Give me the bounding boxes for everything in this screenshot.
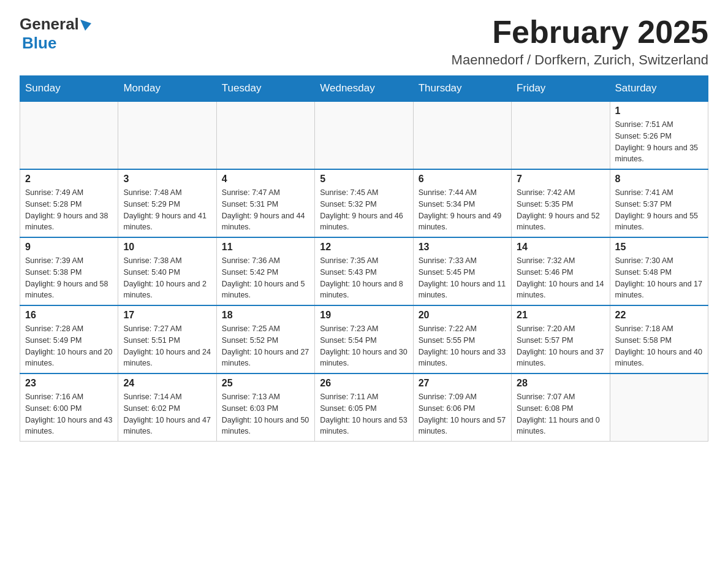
calendar-table: SundayMondayTuesdayWednesdayThursdayFrid… xyxy=(20,75,708,442)
calendar-cell: 25Sunrise: 7:13 AMSunset: 6:03 PMDayligh… xyxy=(216,373,314,442)
calendar-week-4: 16Sunrise: 7:28 AMSunset: 5:49 PMDayligh… xyxy=(20,305,708,373)
day-header-wednesday: Wednesday xyxy=(315,76,413,102)
calendar-week-2: 2Sunrise: 7:49 AMSunset: 5:28 PMDaylight… xyxy=(20,169,708,237)
day-info: Sunrise: 7:44 AMSunset: 5:34 PMDaylight:… xyxy=(419,187,506,233)
calendar-week-5: 23Sunrise: 7:16 AMSunset: 6:00 PMDayligh… xyxy=(20,373,708,442)
day-number: 15 xyxy=(615,242,703,253)
day-number: 12 xyxy=(320,242,408,253)
day-header-monday: Monday xyxy=(118,76,216,102)
calendar-cell: 3Sunrise: 7:48 AMSunset: 5:29 PMDaylight… xyxy=(118,169,216,237)
calendar-cell: 16Sunrise: 7:28 AMSunset: 5:49 PMDayligh… xyxy=(20,305,118,373)
calendar-cell xyxy=(216,101,314,169)
day-info: Sunrise: 7:35 AMSunset: 5:43 PMDaylight:… xyxy=(320,255,408,301)
day-info: Sunrise: 7:07 AMSunset: 6:08 PMDaylight:… xyxy=(517,391,604,437)
calendar-cell xyxy=(413,101,511,169)
calendar-cell xyxy=(315,101,413,169)
day-info: Sunrise: 7:25 AMSunset: 5:52 PMDaylight:… xyxy=(222,323,309,369)
day-header-friday: Friday xyxy=(512,76,610,102)
calendar-cell: 4Sunrise: 7:47 AMSunset: 5:31 PMDaylight… xyxy=(216,169,314,237)
logo-arrow-icon xyxy=(80,20,91,31)
calendar-cell xyxy=(610,373,708,442)
day-info: Sunrise: 7:27 AMSunset: 5:51 PMDaylight:… xyxy=(123,323,211,369)
calendar-cell: 19Sunrise: 7:23 AMSunset: 5:54 PMDayligh… xyxy=(315,305,413,373)
day-number: 3 xyxy=(123,174,211,185)
calendar-cell: 12Sunrise: 7:35 AMSunset: 5:43 PMDayligh… xyxy=(315,237,413,305)
day-number: 5 xyxy=(320,174,408,185)
calendar-cell: 24Sunrise: 7:14 AMSunset: 6:02 PMDayligh… xyxy=(118,373,216,442)
day-number: 4 xyxy=(222,174,309,185)
calendar-cell: 9Sunrise: 7:39 AMSunset: 5:38 PMDaylight… xyxy=(20,237,118,305)
day-number: 1 xyxy=(615,105,703,117)
calendar-cell: 1Sunrise: 7:51 AMSunset: 5:26 PMDaylight… xyxy=(610,101,708,169)
day-number: 10 xyxy=(123,242,211,253)
logo-blue-text: Blue xyxy=(22,34,56,52)
day-number: 22 xyxy=(615,310,703,321)
day-info: Sunrise: 7:28 AMSunset: 5:49 PMDaylight:… xyxy=(25,323,113,369)
day-header-thursday: Thursday xyxy=(413,76,511,102)
day-info: Sunrise: 7:39 AMSunset: 5:38 PMDaylight:… xyxy=(25,255,113,301)
day-number: 19 xyxy=(320,310,408,321)
day-number: 8 xyxy=(615,174,703,185)
day-info: Sunrise: 7:16 AMSunset: 6:00 PMDaylight:… xyxy=(25,391,113,437)
day-info: Sunrise: 7:42 AMSunset: 5:35 PMDaylight:… xyxy=(517,187,604,233)
calendar-cell: 6Sunrise: 7:44 AMSunset: 5:34 PMDaylight… xyxy=(413,169,511,237)
day-info: Sunrise: 7:14 AMSunset: 6:02 PMDaylight:… xyxy=(123,391,211,437)
day-number: 17 xyxy=(123,310,211,321)
day-number: 11 xyxy=(222,242,309,253)
day-info: Sunrise: 7:48 AMSunset: 5:29 PMDaylight:… xyxy=(123,187,211,233)
svg-marker-0 xyxy=(80,20,91,31)
day-info: Sunrise: 7:22 AMSunset: 5:55 PMDaylight:… xyxy=(419,323,506,369)
day-number: 18 xyxy=(222,310,309,321)
day-number: 21 xyxy=(517,310,604,321)
day-number: 7 xyxy=(517,174,604,185)
location-title: Maennedorf / Dorfkern, Zurich, Switzerla… xyxy=(452,52,708,68)
calendar-cell: 13Sunrise: 7:33 AMSunset: 5:45 PMDayligh… xyxy=(413,237,511,305)
calendar-cell: 14Sunrise: 7:32 AMSunset: 5:46 PMDayligh… xyxy=(512,237,610,305)
page-header: General Blue February 2025 Maennedorf / … xyxy=(20,15,708,68)
calendar-cell: 23Sunrise: 7:16 AMSunset: 6:00 PMDayligh… xyxy=(20,373,118,442)
calendar-header-row: SundayMondayTuesdayWednesdayThursdayFrid… xyxy=(20,76,708,102)
calendar-cell: 2Sunrise: 7:49 AMSunset: 5:28 PMDaylight… xyxy=(20,169,118,237)
calendar-cell: 21Sunrise: 7:20 AMSunset: 5:57 PMDayligh… xyxy=(512,305,610,373)
day-number: 2 xyxy=(25,174,113,185)
day-number: 13 xyxy=(419,242,506,253)
calendar-week-3: 9Sunrise: 7:39 AMSunset: 5:38 PMDaylight… xyxy=(20,237,708,305)
calendar-cell: 5Sunrise: 7:45 AMSunset: 5:32 PMDaylight… xyxy=(315,169,413,237)
calendar-cell xyxy=(20,101,118,169)
calendar-cell: 10Sunrise: 7:38 AMSunset: 5:40 PMDayligh… xyxy=(118,237,216,305)
day-info: Sunrise: 7:36 AMSunset: 5:42 PMDaylight:… xyxy=(222,255,309,301)
calendar-cell: 20Sunrise: 7:22 AMSunset: 5:55 PMDayligh… xyxy=(413,305,511,373)
day-number: 9 xyxy=(25,242,113,253)
day-header-saturday: Saturday xyxy=(610,76,708,102)
day-info: Sunrise: 7:41 AMSunset: 5:37 PMDaylight:… xyxy=(615,187,703,233)
day-header-tuesday: Tuesday xyxy=(216,76,314,102)
day-info: Sunrise: 7:13 AMSunset: 6:03 PMDaylight:… xyxy=(222,391,309,437)
title-area: February 2025 Maennedorf / Dorfkern, Zur… xyxy=(452,15,708,68)
calendar-cell: 15Sunrise: 7:30 AMSunset: 5:48 PMDayligh… xyxy=(610,237,708,305)
calendar-cell: 7Sunrise: 7:42 AMSunset: 5:35 PMDaylight… xyxy=(512,169,610,237)
day-number: 23 xyxy=(25,378,113,389)
calendar-cell: 17Sunrise: 7:27 AMSunset: 5:51 PMDayligh… xyxy=(118,305,216,373)
day-info: Sunrise: 7:32 AMSunset: 5:46 PMDaylight:… xyxy=(517,255,604,301)
day-info: Sunrise: 7:45 AMSunset: 5:32 PMDaylight:… xyxy=(320,187,408,233)
day-info: Sunrise: 7:47 AMSunset: 5:31 PMDaylight:… xyxy=(222,187,309,233)
logo-general-text: General xyxy=(20,15,79,34)
day-info: Sunrise: 7:30 AMSunset: 5:48 PMDaylight:… xyxy=(615,255,703,301)
calendar-cell: 22Sunrise: 7:18 AMSunset: 5:58 PMDayligh… xyxy=(610,305,708,373)
day-number: 25 xyxy=(222,378,309,389)
day-number: 16 xyxy=(25,310,113,321)
day-number: 24 xyxy=(123,378,211,389)
day-info: Sunrise: 7:20 AMSunset: 5:57 PMDaylight:… xyxy=(517,323,604,369)
day-info: Sunrise: 7:09 AMSunset: 6:06 PMDaylight:… xyxy=(419,391,506,437)
calendar-cell: 11Sunrise: 7:36 AMSunset: 5:42 PMDayligh… xyxy=(216,237,314,305)
day-number: 6 xyxy=(419,174,506,185)
day-number: 27 xyxy=(419,378,506,389)
calendar-cell: 18Sunrise: 7:25 AMSunset: 5:52 PMDayligh… xyxy=(216,305,314,373)
calendar-cell xyxy=(118,101,216,169)
day-number: 20 xyxy=(419,310,506,321)
day-info: Sunrise: 7:38 AMSunset: 5:40 PMDaylight:… xyxy=(123,255,211,301)
day-info: Sunrise: 7:23 AMSunset: 5:54 PMDaylight:… xyxy=(320,323,408,369)
day-header-sunday: Sunday xyxy=(20,76,118,102)
calendar-cell: 28Sunrise: 7:07 AMSunset: 6:08 PMDayligh… xyxy=(512,373,610,442)
logo: General Blue xyxy=(20,15,91,53)
